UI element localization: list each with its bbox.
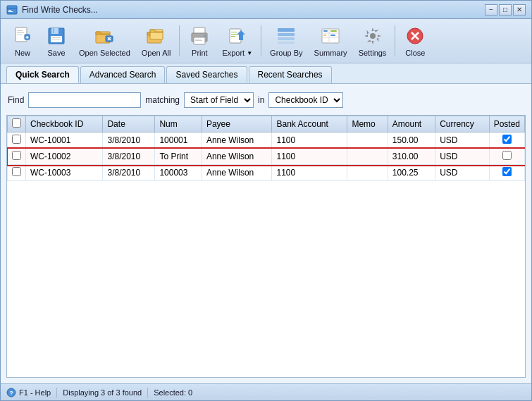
header-amount: Amount <box>388 116 435 132</box>
results-table: Checkbook ID Date Num Payee Bank Account… <box>7 116 525 181</box>
close-window-button[interactable]: ✕ <box>513 4 526 16</box>
open-all-label: Open All <box>142 49 171 57</box>
row3-bank-account: 1100 <box>272 165 347 181</box>
svg-rect-35 <box>278 33 295 36</box>
maximize-button[interactable]: □ <box>499 4 512 16</box>
svg-rect-5 <box>17 30 23 31</box>
new-icon <box>11 25 34 47</box>
content-area: Find matching Start of Field Contains Ex… <box>1 84 531 383</box>
minimize-button[interactable]: − <box>485 4 497 16</box>
print-button[interactable]: Print <box>183 22 216 60</box>
group-by-label: Group By <box>270 49 302 57</box>
save-button[interactable]: Save <box>40 22 73 60</box>
title-buttons: − □ ✕ <box>485 4 526 16</box>
save-label: Save <box>47 49 65 57</box>
matching-label: matching <box>145 95 180 105</box>
selected-text: Selected: 0 <box>154 388 192 397</box>
open-selected-label: Open Selected <box>79 49 130 57</box>
title-bar-left: Find Write Checks... <box>6 4 98 16</box>
help-section: ? F1 - Help <box>6 388 51 397</box>
open-selected-button[interactable]: Open Selected <box>74 22 135 60</box>
window-title: Find Write Checks... <box>22 5 98 15</box>
new-button[interactable]: New <box>6 22 39 60</box>
svg-rect-15 <box>52 37 61 38</box>
settings-button[interactable]: Settings <box>354 22 392 60</box>
matching-select[interactable]: Start of Field Contains Exact Match Ends… <box>184 92 254 108</box>
svg-rect-7 <box>17 35 22 35</box>
toolbar-separator-1 <box>179 25 180 56</box>
tab-quick-search[interactable]: Quick Search <box>6 66 79 83</box>
row2-checkbox[interactable] <box>12 151 21 160</box>
tab-recent-searches[interactable]: Recent Searches <box>249 66 332 83</box>
open-all-button[interactable]: Open All <box>137 22 176 60</box>
row1-memo <box>347 132 388 149</box>
header-date: Date <box>103 116 155 132</box>
summary-button[interactable]: Summary <box>309 22 352 60</box>
row1-currency: USD <box>435 132 489 149</box>
row3-num: 100003 <box>155 165 202 181</box>
svg-rect-2 <box>8 10 11 11</box>
in-select[interactable]: Checkbook ID Date Num Payee Bank Account… <box>268 92 343 108</box>
group-by-icon <box>275 25 297 47</box>
row3-currency: USD <box>435 165 489 181</box>
tab-saved-searches[interactable]: Saved Searches <box>166 66 247 83</box>
find-input[interactable] <box>28 92 141 108</box>
svg-rect-3 <box>8 11 13 12</box>
summary-icon <box>319 25 342 47</box>
settings-icon <box>361 25 384 47</box>
svg-rect-13 <box>53 28 54 33</box>
toolbar-separator-3 <box>395 25 395 56</box>
row2-posted-checkbox[interactable] <box>502 151 512 160</box>
open-selected-icon <box>93 25 116 47</box>
svg-rect-42 <box>323 30 328 32</box>
row3-payee: Anne Wilson <box>202 165 272 181</box>
row3-posted-cell[interactable] <box>489 165 524 181</box>
row1-num: 100001 <box>155 132 202 149</box>
group-by-button[interactable]: Group By <box>265 22 307 60</box>
select-all-checkbox[interactable] <box>12 118 21 128</box>
row1-bank-account: 1100 <box>272 132 347 149</box>
row3-date: 3/8/2010 <box>103 165 155 181</box>
close-toolbar-label: Close <box>405 49 425 57</box>
row2-posted-cell[interactable] <box>489 149 524 165</box>
row1-checkbox-cell[interactable] <box>8 132 26 149</box>
table-row[interactable]: WC-10003 3/8/2010 100003 Anne Wilson 110… <box>8 165 525 181</box>
header-checkbox[interactable] <box>8 116 26 132</box>
toolbar: New Save <box>1 19 531 63</box>
row1-posted-checkbox[interactable] <box>502 135 512 144</box>
status-separator-1 <box>56 388 57 397</box>
row2-checkbox-cell[interactable] <box>8 149 26 165</box>
row3-checkbox[interactable] <box>12 167 21 176</box>
table-row[interactable]: WC-10001 3/8/2010 100001 Anne Wilson 110… <box>8 132 525 149</box>
row2-bank-account: 1100 <box>272 149 347 165</box>
close-toolbar-button[interactable]: Close <box>399 22 431 60</box>
export-icon <box>226 25 249 47</box>
svg-rect-34 <box>278 28 295 32</box>
table-row[interactable]: WC-10002 3/8/2010 To Print Anne Wilson 1… <box>8 149 525 165</box>
help-text[interactable]: F1 - Help <box>19 388 51 397</box>
row1-posted-cell[interactable] <box>489 132 524 149</box>
row2-amount: 310.00 <box>388 149 435 165</box>
results-table-container: Checkbook ID Date Num Payee Bank Account… <box>6 115 526 378</box>
svg-point-46 <box>370 33 376 39</box>
svg-rect-45 <box>330 35 335 36</box>
header-num: Num <box>155 116 202 132</box>
summary-label: Summary <box>314 49 347 57</box>
svg-rect-16 <box>52 39 61 39</box>
svg-rect-36 <box>278 37 295 40</box>
export-button[interactable]: Export ▼ <box>217 22 257 60</box>
export-dropdown-arrow[interactable]: ▼ <box>247 50 252 56</box>
row3-checkbook-id: WC-10003 <box>26 165 103 181</box>
row3-posted-checkbox[interactable] <box>502 167 512 176</box>
tab-advanced-search[interactable]: Advanced Search <box>80 66 166 83</box>
row3-memo <box>347 165 388 181</box>
row1-checkbox[interactable] <box>12 135 21 144</box>
row2-checkbook-id: WC-10002 <box>26 149 103 165</box>
header-currency: Currency <box>435 116 489 132</box>
app-icon <box>6 4 18 16</box>
svg-rect-32 <box>231 36 235 37</box>
help-icon: ? <box>6 388 16 397</box>
print-label: Print <box>192 49 208 57</box>
status-separator-2 <box>147 388 148 397</box>
row3-checkbox-cell[interactable] <box>8 165 26 181</box>
